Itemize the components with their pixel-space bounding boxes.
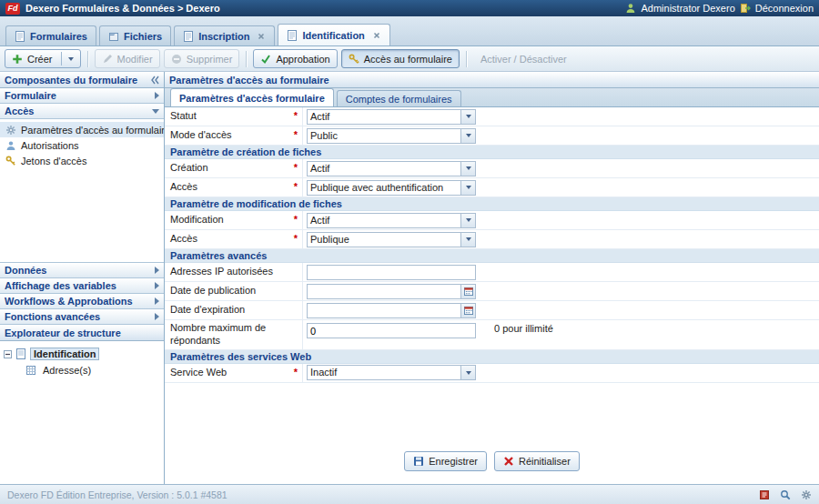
field-row-mode-acces: Mode d'accès * Public [165,126,819,146]
dropdown-arrow-icon[interactable] [460,366,475,379]
delete-icon [171,54,182,65]
tree-node-adresses[interactable]: Adresse(s) [4,362,160,378]
floppy-icon [413,456,424,467]
app-window: Fd Dexero Formulaires & Données > Dexero… [0,0,819,504]
required-marker: * [294,233,298,246]
form-icon [15,31,25,42]
tab-fichiers[interactable]: Fichiers [99,25,171,45]
form-icon [15,348,26,359]
supprimer-label: Supprimer [187,54,233,65]
sidebar-title: Composantes du formulaire [5,75,137,86]
chevron-right-icon [155,282,159,289]
subtab-parametres-acces[interactable]: Paramètres d'accès formulaire [170,88,334,106]
calendar-icon[interactable] [460,304,475,318]
book-icon[interactable] [759,489,770,500]
reset-button[interactable]: Réinitialiser [494,451,580,471]
dropdown-arrow-icon[interactable] [460,162,475,176]
tab-inscription[interactable]: Inscription [174,25,275,45]
page-title: Paramètres d'accès au formulaire [169,75,329,86]
file-icon [108,31,119,42]
service-web-label: Service Web [170,367,291,379]
dropdown-arrow-icon[interactable] [460,181,475,195]
activer-desactiver-button[interactable]: Activer / Désactiver [473,49,574,68]
collapse-left-icon[interactable] [150,76,159,85]
tab-label: Fichiers [124,31,162,42]
accordion-section-affichage[interactable]: Affichage des variables [0,278,164,294]
form-icon [183,31,194,42]
accordion-section-workflows[interactable]: Workflows & Approbations [0,294,164,309]
service-web-select[interactable]: Inactif [307,365,476,380]
pencil-icon [102,54,113,65]
required-marker: * [294,110,298,123]
subtab-comptes-formulaires[interactable]: Comptes de formulaires [337,90,461,106]
section-creation-fiches: Paramètre de création de fiches [165,146,819,159]
tab-formulaires[interactable]: Formulaires [5,25,96,45]
app-logo: Fd [5,3,20,15]
dropdown-arrow-icon[interactable] [68,57,74,61]
acces-modification-select[interactable]: Publique [307,232,476,247]
date-expiration-input[interactable] [308,304,460,318]
chevron-right-icon [155,313,159,320]
acces-creation-select[interactable]: Publique avec authentification [307,180,476,196]
tree-node-label[interactable]: Identification [30,348,99,360]
tab-label: Formulaires [30,31,87,42]
dropdown-arrow-icon[interactable] [460,214,475,227]
field-row-date-expiration: Date d'expiration [165,301,819,320]
explorateur-title: Explorateur de structure [5,328,121,338]
subtab-label: Comptes de formulaires [346,94,452,105]
plus-icon [12,54,23,65]
collapse-minus-icon[interactable] [4,350,12,358]
logout-link[interactable]: Déconnexion [755,3,814,14]
sidebar-header: Composantes du formulaire [0,72,164,88]
tree-node-label[interactable]: Adresse(s) [40,365,94,376]
creation-select[interactable]: Actif [307,161,476,176]
section-label: Workflows & Approbations [5,296,133,307]
tab-identification[interactable]: Identification [278,24,389,45]
gear-icon [5,125,16,136]
calendar-icon[interactable] [460,285,475,298]
approbation-button[interactable]: Approbation [253,49,337,68]
statut-label: Statut [170,110,291,123]
acces-creation-label: Accès [170,181,291,194]
statut-select[interactable]: Actif [307,109,476,125]
sidebar-item-parametres-acces[interactable]: Paramètres d'accès au formulaire [0,122,164,137]
supprimer-button[interactable]: Supprimer [164,49,240,68]
modifier-label: Modifier [117,54,153,65]
mode-acces-label: Mode d'accès [170,129,291,142]
creer-button[interactable]: Créer [5,49,81,68]
toolbar-separator [87,51,88,67]
close-icon[interactable] [257,32,266,41]
topbar: Fd Dexero Formulaires & Données > Dexero… [0,0,819,16]
acces-formulaire-button[interactable]: Accès au formulaire [341,49,460,68]
sidebar-item-autorisations[interactable]: Autorisations [0,137,164,153]
sidebar-item-jetons-acces[interactable]: Jetons d'accès [0,153,164,168]
accordion-section-fonctions[interactable]: Fonctions avancées [0,309,164,325]
tab-label: Identification [302,30,364,41]
field-row-date-publication: Date de publication [165,282,819,301]
accordion-section-acces[interactable]: Accès [0,104,164,119]
gear-icon[interactable] [801,489,812,500]
section-label: Accès [5,106,34,116]
save-button[interactable]: Enregistrer [404,451,487,471]
structure-tree: Identification Adresse(s) [0,341,164,484]
tree-node-identification[interactable]: Identification [4,346,160,362]
check-icon [260,54,271,65]
red-x-icon [503,456,514,467]
accordion-section-donnees[interactable]: Données [0,263,164,278]
accordion-section-formulaire[interactable]: Formulaire [0,88,164,104]
version-text: Dexero FD Édition Entreprise, Version : … [7,489,228,500]
dropdown-arrow-icon[interactable] [460,233,475,247]
mode-acces-select[interactable]: Public [307,128,476,144]
dropdown-arrow-icon[interactable] [460,110,475,124]
dropdown-arrow-icon[interactable] [460,129,475,143]
required-marker: * [294,162,298,175]
adresses-ip-input[interactable] [307,265,476,280]
item-label: Paramètres d'accès au formulaire [21,125,164,136]
modifier-button[interactable]: Modifier [95,49,160,68]
modification-select[interactable]: Actif [307,213,476,228]
close-icon[interactable] [372,31,381,40]
nombre-max-input[interactable] [307,323,476,338]
adresses-ip-label: Adresses IP autorisées [170,266,298,278]
date-publication-input[interactable] [308,285,460,298]
magnifier-icon[interactable] [780,489,791,500]
